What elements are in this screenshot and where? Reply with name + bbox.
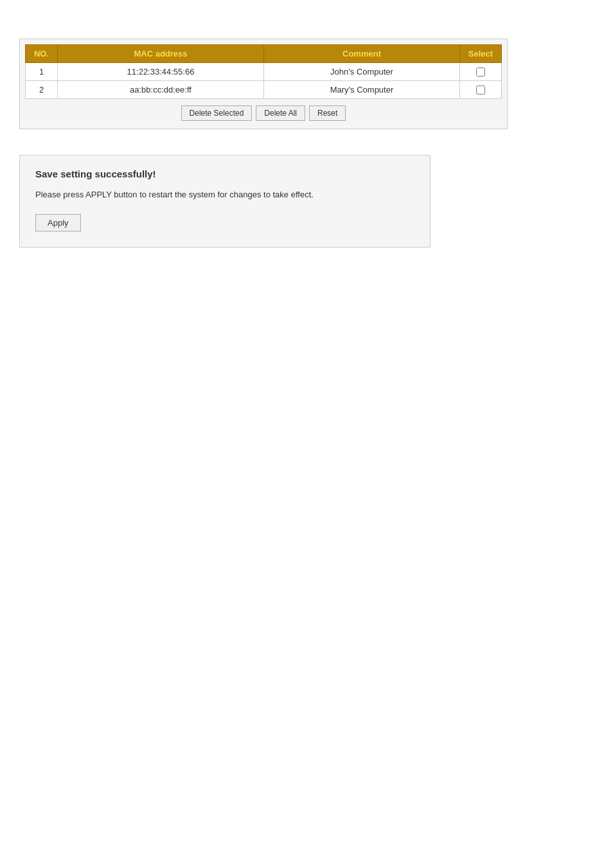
cell-mac: aa:bb:cc:dd:ee:ff: [58, 81, 264, 99]
cell-no: 2: [26, 81, 58, 99]
save-setting-title: Save setting successfully!: [35, 168, 414, 179]
delete-all-button[interactable]: Delete All: [256, 105, 305, 121]
mac-table-container: NO. MAC address Comment Select 111:22:33…: [19, 39, 508, 129]
save-setting-description: Please press APPLY button to restart the…: [35, 188, 414, 201]
col-header-comment: Comment: [263, 45, 459, 63]
mac-table: NO. MAC address Comment Select 111:22:33…: [25, 44, 502, 99]
row-2-checkbox[interactable]: [476, 86, 485, 95]
cell-no: 1: [26, 63, 58, 81]
apply-button[interactable]: Apply: [35, 214, 81, 231]
table-row: 111:22:33:44:55:66John's Computer: [26, 63, 502, 81]
col-header-mac: MAC address: [58, 45, 264, 63]
cell-select: [460, 81, 502, 99]
col-header-no: NO.: [26, 45, 58, 63]
delete-selected-button[interactable]: Delete Selected: [181, 105, 253, 121]
table-row: 2aa:bb:cc:dd:ee:ffMary's Computer: [26, 81, 502, 99]
col-header-select: Select: [460, 45, 502, 63]
reset-button[interactable]: Reset: [309, 105, 346, 121]
save-setting-box: Save setting successfully! Please press …: [19, 155, 431, 248]
row-1-checkbox[interactable]: [476, 68, 485, 77]
cell-mac: 11:22:33:44:55:66: [58, 63, 264, 81]
table-actions: Delete Selected Delete All Reset: [25, 99, 502, 123]
cell-comment: John's Computer: [263, 63, 459, 81]
cell-select: [460, 63, 502, 81]
cell-comment: Mary's Computer: [263, 81, 459, 99]
page-wrapper: NO. MAC address Comment Select 111:22:33…: [0, 0, 613, 286]
